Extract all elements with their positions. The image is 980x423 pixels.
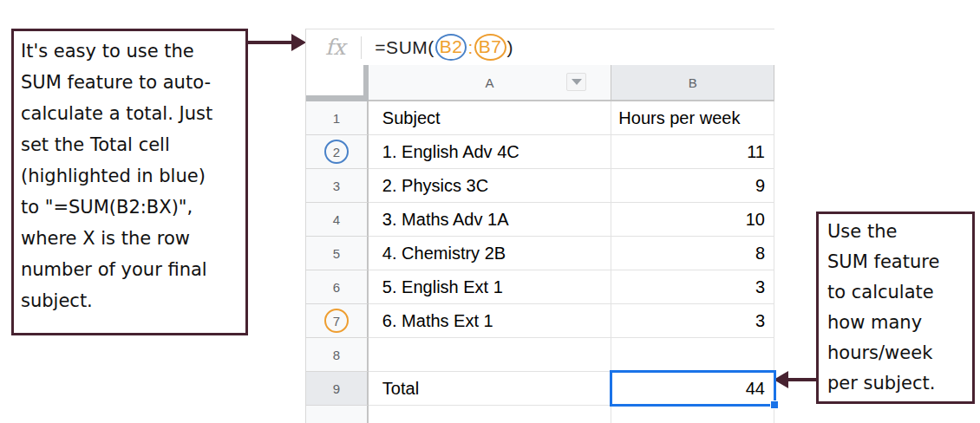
left-annotation-line: It's easy to use the	[21, 36, 245, 67]
sheet-grid: A B 1 Subject Hours per week 2 1. Englis…	[306, 65, 774, 423]
blue-circle-annotation: 2	[324, 140, 349, 164]
cell-a6[interactable]: 5. English Ext 1	[369, 270, 611, 304]
formula-bar-divider	[361, 36, 362, 59]
cell-a7[interactable]: 6. Maths Ext 1	[369, 304, 611, 338]
cell-value: 9	[755, 176, 765, 196]
table-row: 5 4. Chemistry 2B 8	[306, 237, 774, 270]
cell-a8[interactable]	[369, 338, 611, 372]
row-header-3[interactable]: 3	[306, 169, 369, 203]
column-a-dropdown-button[interactable]	[566, 73, 586, 91]
formula-bar[interactable]: fx =SUM( B2 : B7 )	[306, 29, 774, 65]
table-row	[306, 406, 774, 423]
column-header-a-label: A	[486, 75, 494, 90]
left-annotation-line: where X is the row	[21, 223, 245, 254]
cell-value: 5. English Ext 1	[382, 277, 503, 297]
right-annotation-line: per subject.	[827, 368, 972, 399]
cell-a4[interactable]: 3. Maths Adv 1A	[369, 203, 611, 237]
row-number: 6	[333, 280, 340, 295]
cell-a2[interactable]: 1. English Adv 4C	[369, 135, 611, 169]
cell-value: 10	[746, 210, 765, 230]
row-header-4[interactable]: 4	[306, 203, 369, 237]
right-annotation-line: hours/week	[827, 338, 972, 368]
column-header-b-label: B	[689, 75, 697, 90]
formula-suffix: )	[507, 37, 514, 58]
row-number: 9	[333, 381, 340, 396]
formula-ref-end-circle: B7	[474, 34, 506, 61]
row-header-10[interactable]	[306, 406, 369, 423]
row-header-7[interactable]: 7	[306, 304, 369, 338]
cell-a1[interactable]: Subject	[369, 101, 611, 135]
cell-b2[interactable]: 11	[611, 135, 774, 169]
row-number: 2	[333, 145, 340, 159]
row-number: 3	[333, 179, 340, 193]
cell-value: 6. Maths Ext 1	[382, 311, 493, 331]
row-number: 7	[333, 314, 340, 329]
row-header-6[interactable]: 6	[306, 270, 369, 304]
cell-value: 3	[755, 277, 765, 297]
row-number: 1	[333, 111, 340, 126]
left-pointing-arrow-icon	[774, 371, 788, 388]
fx-icon: fx	[325, 35, 345, 60]
table-row: 7 6. Maths Ext 1 3	[306, 304, 774, 338]
formula-input[interactable]: =SUM( B2 : B7 )	[375, 34, 513, 61]
table-row: 3 2. Physics 3C 9	[306, 169, 774, 203]
left-annotation-line: set the Total cell	[21, 129, 245, 160]
cell-value: 44	[746, 379, 765, 399]
cell-b6[interactable]: 3	[611, 270, 774, 304]
spreadsheet: fx =SUM( B2 : B7 ) A B	[305, 29, 774, 423]
column-header-a[interactable]: A	[369, 65, 611, 101]
left-annotation-line: SUM feature to auto-	[21, 67, 245, 98]
cell-b3[interactable]: 9	[611, 169, 774, 203]
left-annotation-box: It's easy to use the SUM feature to auto…	[11, 29, 248, 335]
left-arrow-line	[247, 41, 293, 44]
table-row: 4 3. Maths Adv 1A 10	[306, 203, 774, 237]
left-annotation-line: calculate a total. Just	[21, 98, 245, 129]
row-header-9[interactable]: 9	[306, 372, 369, 406]
cell-value: 1. English Adv 4C	[382, 142, 519, 162]
formula-prefix: =SUM(	[375, 37, 434, 58]
row-header-8[interactable]: 8	[306, 338, 369, 372]
left-annotation-line: number of your final	[21, 254, 245, 285]
cell-value: 8	[755, 244, 765, 264]
left-annotation-line: (highlighted in blue)	[21, 160, 245, 192]
formula-ref-start: B2	[440, 36, 463, 57]
select-all-corner[interactable]	[306, 65, 369, 101]
cell-value: 3. Maths Adv 1A	[382, 210, 509, 230]
column-header-b[interactable]: B	[611, 65, 774, 101]
screenshot-canvas: It's easy to use the SUM feature to auto…	[0, 0, 980, 423]
row-header-1[interactable]: 1	[306, 101, 369, 135]
cell-b4[interactable]: 10	[611, 203, 774, 237]
formula-ref-start-circle: B2	[435, 34, 467, 61]
row-header-2[interactable]: 2	[306, 135, 369, 169]
cell-b10[interactable]	[611, 406, 774, 423]
table-row: 6 5. English Ext 1 3	[306, 270, 774, 304]
cell-a5[interactable]: 4. Chemistry 2B	[369, 237, 611, 270]
cell-b8[interactable]	[611, 338, 774, 372]
row-number: 5	[333, 246, 340, 261]
formula-separator: :	[467, 37, 473, 58]
right-pointing-arrow-icon	[291, 34, 306, 51]
cell-b7[interactable]: 3	[611, 304, 774, 338]
cell-value: 11	[747, 142, 765, 162]
orange-circle-annotation: 7	[324, 309, 349, 333]
table-row: 8	[306, 338, 774, 372]
cell-b5[interactable]: 8	[611, 237, 774, 270]
row-header-5[interactable]: 5	[306, 237, 369, 270]
right-annotation-line: Use the	[827, 217, 972, 247]
cell-value: 2. Physics 3C	[382, 176, 488, 196]
left-annotation-line: subject.	[21, 285, 245, 316]
right-annotation-box: Use the SUM feature to calculate how man…	[816, 212, 975, 404]
left-annotation-line: to "=SUM(B2:BX)",	[21, 192, 245, 223]
cell-b1[interactable]: Hours per week	[611, 101, 774, 135]
fill-handle[interactable]	[770, 400, 779, 409]
cell-value: 4. Chemistry 2B	[382, 244, 506, 264]
cell-a3[interactable]: 2. Physics 3C	[369, 169, 611, 203]
table-row: 1 Subject Hours per week	[306, 101, 774, 135]
cell-a9[interactable]: Total	[369, 372, 611, 406]
right-arrow-line	[787, 378, 818, 381]
right-annotation-line: how many	[827, 308, 972, 338]
cell-b9-selected[interactable]: 44	[611, 372, 774, 406]
cell-a10[interactable]	[369, 406, 611, 423]
cell-value: Total	[382, 379, 419, 399]
row-number: 8	[333, 348, 340, 362]
